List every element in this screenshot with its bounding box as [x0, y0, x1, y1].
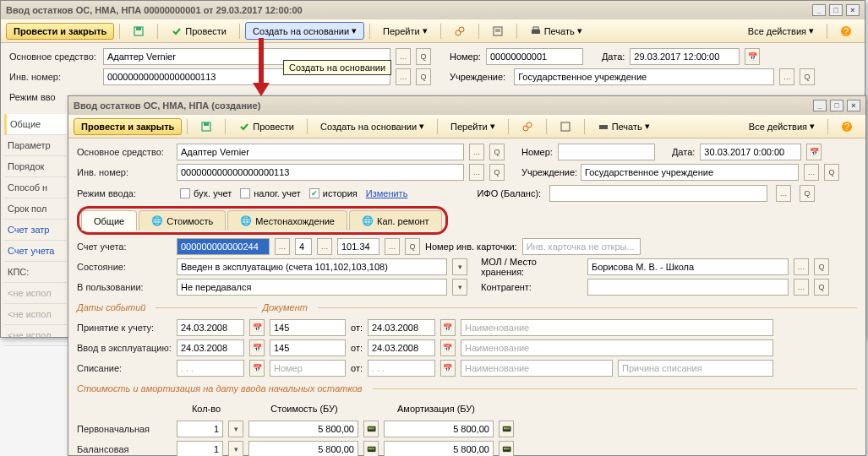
calc-button[interactable]: 📟: [363, 441, 379, 456]
link-icon-button[interactable]: [446, 22, 473, 41]
initial-amort-input[interactable]: 5 800,00: [384, 421, 494, 437]
writeoff-date-input[interactable]: . . .: [177, 360, 244, 377]
balance-amort-input[interactable]: 5 800,00: [384, 441, 494, 456]
dots-button[interactable]: …: [396, 48, 411, 65]
lookup-button[interactable]: Q: [800, 68, 815, 85]
calendar-button[interactable]: 📅: [440, 360, 456, 377]
accept-name-input[interactable]: Наименование: [461, 319, 773, 336]
org-input[interactable]: Государственное учреждение: [581, 164, 799, 181]
number-input[interactable]: 00000000001: [486, 48, 583, 65]
minimize-button[interactable]: _: [813, 100, 827, 111]
lookup-button[interactable]: Q: [405, 238, 420, 255]
dots-button[interactable]: …: [779, 68, 794, 85]
calc-button[interactable]: 📟: [499, 441, 514, 456]
calendar-button[interactable]: 📅: [249, 339, 265, 356]
mol-input[interactable]: Борисова М. В. - Школа: [587, 258, 789, 275]
org-input[interactable]: Государственное учреждение: [514, 68, 774, 85]
close-button[interactable]: ×: [846, 4, 860, 16]
state-input[interactable]: Введен в эксплуатацию (счета 101,102,103…: [177, 258, 447, 275]
buh-checkbox[interactable]: бух. учет: [180, 188, 232, 198]
inv-input[interactable]: 000000000000000000113: [177, 164, 464, 181]
post-button[interactable]: Провести: [231, 117, 302, 136]
side-tab-none1[interactable]: <не испол: [4, 283, 67, 304]
help-button[interactable]: ?: [833, 117, 860, 136]
calendar-button[interactable]: 📅: [440, 319, 456, 336]
calendar-button[interactable]: 📅: [249, 319, 265, 336]
accept-date-input[interactable]: 24.03.2008: [177, 319, 244, 336]
minimize-button[interactable]: _: [812, 4, 826, 16]
writeoff-reason-input[interactable]: Причина списания: [618, 360, 773, 377]
dots-button[interactable]: …: [776, 185, 791, 202]
report-button[interactable]: [484, 22, 511, 41]
side-tab-term[interactable]: Срок пол: [4, 198, 67, 220]
balance-cost-input[interactable]: 5 800,00: [248, 441, 358, 456]
use-input[interactable]: Не передавался: [177, 279, 447, 296]
writeoff-name-input[interactable]: Наименование: [461, 360, 613, 377]
link-icon-button[interactable]: [514, 117, 541, 136]
commiss-from-input[interactable]: 24.03.2008: [368, 339, 435, 356]
calendar-button[interactable]: 📅: [249, 360, 265, 377]
calc-button[interactable]: 📟: [499, 421, 514, 437]
nalog-checkbox[interactable]: налог. учет: [240, 188, 301, 198]
print-button[interactable]: Печать ▾: [590, 117, 658, 136]
date-input[interactable]: 29.03.2017 12:00:00: [630, 48, 740, 65]
report-button[interactable]: [552, 117, 579, 136]
lookup-button[interactable]: Q: [416, 68, 431, 85]
main-asset-input[interactable]: Адаптер Vernier: [177, 144, 464, 160]
writeoff-from-input[interactable]: . . .: [368, 360, 435, 377]
lookup-button[interactable]: Q: [824, 164, 839, 181]
side-tab-general[interactable]: Общие: [4, 114, 67, 135]
save-button[interactable]: [193, 117, 220, 136]
dots-button[interactable]: …: [469, 164, 484, 181]
commiss-name-input[interactable]: Наименование: [461, 339, 773, 356]
create-based-button[interactable]: Создать на основании ▾: [313, 117, 432, 135]
side-tab-order[interactable]: Порядок: [4, 156, 67, 177]
maximize-button[interactable]: □: [830, 100, 843, 111]
dots-button[interactable]: …: [794, 279, 809, 296]
post-button[interactable]: Провести: [163, 22, 234, 41]
card-input[interactable]: Инв. карточка не откры...: [522, 238, 641, 255]
lookup-button[interactable]: Q: [814, 279, 829, 296]
dots-button[interactable]: …: [469, 144, 484, 160]
dots-button[interactable]: …: [794, 258, 809, 275]
post-and-close-button[interactable]: Провести и закрыть: [6, 23, 114, 40]
history-checkbox[interactable]: ✔история: [309, 188, 358, 198]
account-sub1[interactable]: 4: [295, 238, 312, 255]
side-tab-none3[interactable]: <не испол: [4, 325, 67, 346]
all-actions-button[interactable]: Все действия ▾: [740, 22, 822, 40]
maximize-button[interactable]: □: [829, 4, 843, 16]
go-button[interactable]: Перейти ▾: [443, 117, 503, 135]
calendar-button[interactable]: 📅: [745, 48, 760, 65]
help-button[interactable]: ?: [833, 22, 860, 41]
commiss-date-input[interactable]: 24.03.2008: [177, 339, 244, 356]
close-button[interactable]: ×: [847, 100, 860, 111]
dots-button[interactable]: …: [804, 164, 819, 181]
side-tab-method[interactable]: Способ н: [4, 177, 67, 198]
side-tab-none2[interactable]: <не испол: [4, 304, 67, 325]
tab-repair[interactable]: 🌐Кап. ремонт: [349, 210, 442, 231]
lookup-button[interactable]: Q: [814, 258, 829, 275]
lookup-button[interactable]: Q: [489, 144, 505, 160]
accept-from-input[interactable]: 24.03.2008: [368, 319, 435, 336]
tab-general[interactable]: Общие: [81, 210, 137, 231]
tab-location[interactable]: 🌐Местонахождение: [227, 210, 347, 231]
calendar-button[interactable]: 📅: [440, 339, 456, 356]
lookup-button[interactable]: Q: [489, 164, 505, 181]
account-sub2[interactable]: 101.34: [337, 238, 379, 255]
save-button[interactable]: [125, 22, 152, 41]
calendar-button[interactable]: 📅: [806, 144, 822, 160]
dropdown-button[interactable]: ▾: [452, 279, 467, 296]
side-tab-cost-acct[interactable]: Счет затр: [4, 220, 67, 241]
number-input[interactable]: [558, 144, 655, 160]
dropdown-button[interactable]: ▾: [452, 258, 467, 275]
date-input[interactable]: 30.03.2017 0:00:00: [700, 144, 801, 160]
edit-link[interactable]: Изменить: [366, 188, 408, 198]
initial-qty-input[interactable]: 1: [177, 421, 223, 437]
calc-button[interactable]: 📟: [363, 421, 379, 437]
post-and-close-button[interactable]: Провести и закрыть: [74, 118, 182, 135]
side-tab-param[interactable]: Параметр: [4, 135, 67, 156]
dots-button[interactable]: …: [396, 68, 411, 85]
tab-cost[interactable]: 🌐Стоимость: [139, 210, 226, 231]
commiss-num-input[interactable]: 145: [270, 339, 346, 356]
dots-button[interactable]: …: [275, 238, 290, 255]
